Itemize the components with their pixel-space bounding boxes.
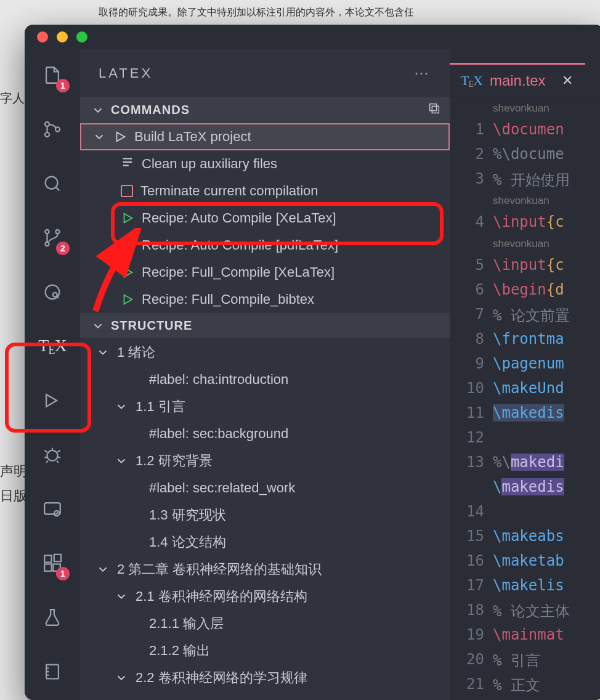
structure-section-header[interactable]: STRUCTURE [80, 313, 450, 339]
structure-item[interactable]: #label: cha:introduction [80, 366, 450, 393]
chevron-down-icon [96, 563, 110, 576]
structure-item[interactable]: 1.2 研究背景 [80, 447, 450, 474]
recipe-auto-pdflatex[interactable]: Recipe: Auto Compile [pdfLaTex] [80, 232, 450, 259]
sidebar: LATEX ⋯ COMMANDS Build LaTeX project [80, 49, 450, 700]
more-icon[interactable]: ⋯ [414, 65, 431, 82]
structure-item[interactable]: 1.4 论文结构 [80, 529, 450, 556]
structure-item-label: 1.3 研究现状 [149, 506, 226, 524]
list-icon [121, 155, 134, 173]
svg-rect-13 [44, 564, 51, 571]
structure-item-label: 2.2 卷积神经网络的学习规律 [136, 669, 307, 687]
terminate-label: Terminate current compilation [140, 183, 318, 199]
close-icon[interactable]: ✕ [562, 73, 573, 89]
bug-icon[interactable] [38, 440, 67, 470]
cleanup-aux-files[interactable]: Clean up auxiliary files [80, 150, 450, 177]
structure-item[interactable]: 1.1 引言 [80, 393, 450, 420]
find-icon[interactable] [38, 277, 67, 307]
svg-point-8 [53, 293, 57, 297]
notebook-icon[interactable] [38, 657, 67, 686]
svg-rect-15 [54, 555, 61, 561]
build-label: Build LaTeX project [134, 129, 251, 145]
line-gutter: 123456789101112131415161718192021 [450, 97, 493, 700]
structure-item-label: #label: sec:related_work [149, 480, 295, 496]
terminate-compilation[interactable]: Terminate current compilation [80, 177, 450, 205]
commands-section-header[interactable]: COMMANDS [80, 97, 450, 123]
svg-point-1 [45, 132, 49, 137]
git-branch-icon[interactable]: 2 [38, 223, 67, 253]
recipe-label: Recipe: Auto Compile [XeLaTex] [142, 210, 336, 226]
svg-point-3 [46, 177, 58, 189]
tab-main-tex[interactable]: TEX main.tex ✕ [450, 63, 585, 97]
close-window-button[interactable] [37, 31, 48, 43]
recipe-auto-xelatex[interactable]: Recipe: Auto Compile [XeLaTex] [80, 205, 450, 232]
recipe-label: Recipe: Auto Compile [pdfLaTex] [142, 237, 338, 253]
structure-item[interactable]: 2.1.1 输入层 [80, 610, 450, 637]
structure-item-label: 2 第二章 卷积神经网络的基础知识 [117, 560, 322, 579]
latex-workshop-icon[interactable]: TEX [38, 332, 67, 361]
vscode-window: 1 2 TEX [25, 25, 600, 700]
collapse-all-icon[interactable] [428, 102, 441, 118]
structure-tree: 1 绪论#label: cha:introduction1.1 引言#label… [80, 339, 450, 691]
structure-item-label: 1.2 研究背景 [136, 452, 213, 470]
svg-point-5 [55, 230, 59, 234]
svg-rect-12 [44, 555, 51, 562]
build-latex-project[interactable]: Build LaTeX project [80, 123, 450, 150]
recipe-label: Recipe: Full_Compile [XeLaTex] [142, 264, 334, 280]
chevron-down-icon [91, 319, 105, 333]
structure-item[interactable]: 2.2 卷积神经网络的学习规律 [80, 664, 450, 691]
structure-item[interactable]: 1 绪论 [80, 339, 450, 366]
play-icon [121, 266, 134, 279]
minimize-window-button[interactable] [57, 31, 68, 43]
chevron-down-icon [96, 346, 110, 359]
search-icon[interactable] [38, 169, 67, 198]
sidebar-title: LATEX ⋯ [80, 49, 450, 97]
remote-icon[interactable] [38, 494, 67, 524]
commands-tree: Build LaTeX project Clean up auxiliary f… [80, 123, 450, 313]
chevron-down-icon [115, 400, 128, 413]
code-area[interactable]: 123456789101112131415161718192021 shevon… [450, 97, 600, 700]
structure-item-label: 1 绪论 [117, 343, 155, 362]
play-icon [113, 130, 127, 144]
svg-rect-18 [432, 106, 439, 113]
source-control-icon[interactable] [38, 115, 67, 144]
activity-bar: 1 2 TEX [25, 49, 80, 700]
play-icon [121, 238, 134, 252]
background-text-left: 声明 [0, 462, 27, 481]
beaker-icon[interactable] [38, 603, 67, 632]
svg-point-6 [45, 242, 49, 246]
tex-glyph: TEX [38, 336, 66, 357]
tab-filename: main.tex [490, 72, 546, 89]
debug-icon[interactable] [38, 386, 67, 415]
sidebar-title-label: LATEX [99, 65, 153, 81]
chevron-down-icon [115, 454, 128, 468]
tab-bar: TEX main.tex ✕ [450, 49, 600, 97]
background-text-left: 日版 [0, 487, 27, 505]
recipe-full-xelatex[interactable]: Recipe: Full_Compile [XeLaTex] [80, 259, 450, 286]
explorer-icon[interactable]: 1 [38, 60, 67, 90]
window-titlebar [25, 25, 600, 49]
svg-point-4 [45, 230, 49, 234]
editor: TEX main.tex ✕ 1234567891011121314151617… [450, 49, 600, 700]
structure-item[interactable]: #label: sec:background [80, 420, 450, 447]
structure-item[interactable]: #label: sec:related_work [80, 474, 450, 502]
structure-item[interactable]: 2.1 卷积神经网络的网络结构 [80, 583, 450, 610]
extensions-icon[interactable]: 1 [38, 548, 67, 578]
structure-item[interactable]: 2 第二章 卷积神经网络的基础知识 [80, 556, 450, 583]
tex-file-icon: TEX [461, 73, 482, 89]
structure-item[interactable]: 2.1.2 输出 [80, 637, 450, 664]
chevron-down-icon [115, 590, 128, 603]
play-icon [121, 293, 134, 306]
code-lines: shevonkuan\documen%\docume% 开始使用shevonku… [493, 97, 570, 700]
structure-item[interactable]: 1.3 研究现状 [80, 502, 450, 529]
extensions-badge: 1 [56, 567, 70, 580]
commands-label: COMMANDS [111, 103, 190, 117]
structure-item-label: #label: cha:introduction [149, 372, 288, 388]
traffic-lights [37, 31, 87, 43]
chevron-down-icon [91, 104, 105, 117]
play-icon [121, 211, 134, 225]
scm-badge: 2 [56, 242, 70, 255]
chevron-down-icon [115, 671, 128, 685]
recipe-full-bibtex[interactable]: Recipe: Full_Compile_bibtex [80, 286, 450, 313]
maximize-window-button[interactable] [76, 31, 87, 43]
background-text: 取得的研究成果。除了文中特别加以标注引用的内容外，本论文不包含任 [99, 6, 414, 19]
